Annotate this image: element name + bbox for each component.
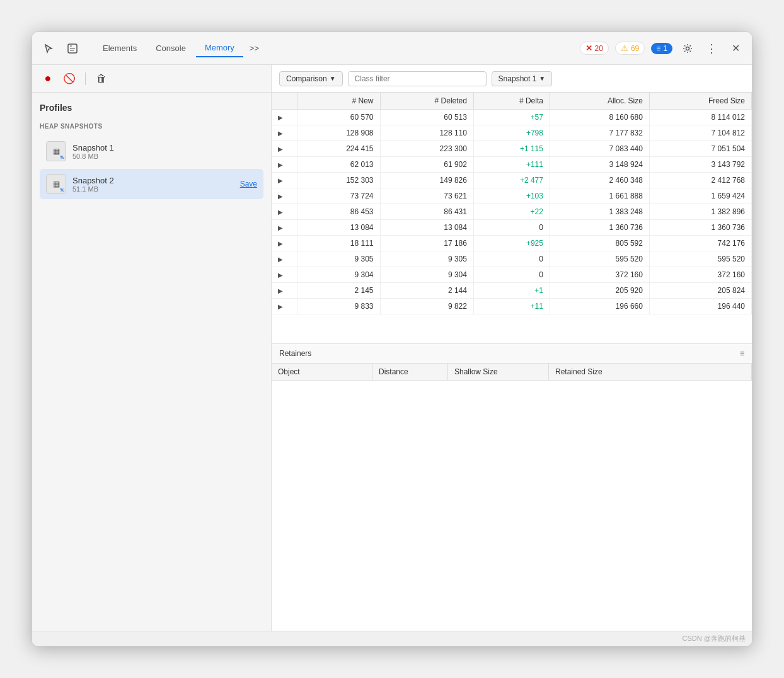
expand-arrow[interactable]: ▶ bbox=[278, 130, 283, 137]
expand-arrow[interactable]: ▶ bbox=[278, 287, 283, 294]
record-button[interactable]: ● bbox=[40, 71, 56, 87]
expand-arrow[interactable]: ▶ bbox=[278, 240, 283, 247]
col-header-deleted[interactable]: # Deleted bbox=[380, 93, 473, 110]
error-badge[interactable]: ✕ 20 bbox=[580, 42, 609, 55]
cell-freed: 3 143 792 bbox=[649, 157, 751, 173]
table-row[interactable]: ▶ 13 084 13 084 0 1 360 736 1 360 736 bbox=[272, 220, 752, 236]
devtools-window: Elements Console Memory >> ✕ 20 ⚠ 69 ≡ 1 bbox=[32, 32, 752, 646]
col-header-delta[interactable]: # Delta bbox=[473, 93, 550, 110]
expand-cell[interactable]: ▶ bbox=[272, 204, 297, 220]
clear-button[interactable]: 🚫 bbox=[61, 71, 78, 87]
expand-arrow[interactable]: ▶ bbox=[278, 177, 283, 184]
snapshot-2-item[interactable]: ▦ % Snapshot 2 51.1 MB Save bbox=[40, 169, 263, 199]
snapshot-2-info: Snapshot 2 51.1 MB bbox=[72, 176, 234, 193]
retainers-header: Retainers ≡ bbox=[272, 343, 752, 364]
cell-new: 73 724 bbox=[297, 188, 380, 204]
snapshot-select[interactable]: Snapshot 1 ▼ bbox=[492, 71, 553, 86]
expand-cell[interactable]: ▶ bbox=[272, 110, 297, 125]
expand-cell[interactable]: ▶ bbox=[272, 188, 297, 204]
cell-delta: 0 bbox=[473, 251, 550, 267]
title-bar: Elements Console Memory >> ✕ 20 ⚠ 69 ≡ 1 bbox=[32, 32, 752, 65]
table-row[interactable]: ▶ 9 304 9 304 0 372 160 372 160 bbox=[272, 267, 752, 283]
cell-delta: +2 477 bbox=[473, 173, 550, 188]
table-row[interactable]: ▶ 152 303 149 826 +2 477 2 460 348 2 412… bbox=[272, 173, 752, 188]
expand-cell[interactable]: ▶ bbox=[272, 173, 297, 188]
expand-cell[interactable]: ▶ bbox=[272, 283, 297, 299]
more-options-icon[interactable]: ⋮ bbox=[703, 40, 720, 57]
cell-delta: +1 bbox=[473, 283, 550, 299]
cell-freed: 196 440 bbox=[649, 299, 751, 314]
view-dropdown[interactable]: Comparison ▼ bbox=[279, 71, 343, 86]
table-row[interactable]: ▶ 9 833 9 822 +11 196 660 196 440 bbox=[272, 299, 752, 314]
table-row[interactable]: ▶ 128 908 128 110 +798 7 177 832 7 104 8… bbox=[272, 125, 752, 141]
table-row[interactable]: ▶ 86 453 86 431 +22 1 383 248 1 382 896 bbox=[272, 204, 752, 220]
col-header-alloc[interactable]: Alloc. Size bbox=[550, 93, 649, 110]
expand-cell[interactable]: ▶ bbox=[272, 125, 297, 141]
delete-button[interactable]: 🗑 bbox=[93, 71, 110, 87]
expand-cell[interactable]: ▶ bbox=[272, 220, 297, 236]
expand-arrow[interactable]: ▶ bbox=[278, 146, 283, 152]
expand-cell[interactable]: ▶ bbox=[272, 251, 297, 267]
settings-icon[interactable] bbox=[679, 40, 696, 57]
expand-cell[interactable]: ▶ bbox=[272, 299, 297, 314]
tab-elements[interactable]: Elements bbox=[94, 40, 146, 57]
cell-alloc: 2 460 348 bbox=[550, 173, 649, 188]
cell-freed: 1 360 736 bbox=[649, 220, 751, 236]
info-badge[interactable]: ≡ 1 bbox=[651, 43, 672, 54]
cell-new: 18 111 bbox=[297, 236, 380, 251]
warn-count: 69 bbox=[631, 44, 639, 53]
cell-deleted: 17 186 bbox=[380, 236, 473, 251]
expand-cell[interactable]: ▶ bbox=[272, 141, 297, 157]
snapshot-1-icon: ▦ % bbox=[46, 141, 66, 161]
inspect-icon[interactable] bbox=[64, 40, 81, 57]
table-row[interactable]: ▶ 9 305 9 305 0 595 520 595 520 bbox=[272, 251, 752, 267]
snapshot-2-save[interactable]: Save bbox=[240, 180, 257, 188]
expand-cell[interactable]: ▶ bbox=[272, 267, 297, 283]
cell-new: 224 415 bbox=[297, 141, 380, 157]
view-label: Comparison bbox=[286, 74, 327, 83]
expand-cell[interactable]: ▶ bbox=[272, 157, 297, 173]
table-row[interactable]: ▶ 62 013 61 902 +111 3 148 924 3 143 792 bbox=[272, 157, 752, 173]
expand-cell[interactable]: ▶ bbox=[272, 236, 297, 251]
expand-arrow[interactable]: ▶ bbox=[278, 193, 283, 200]
cell-alloc: 205 920 bbox=[550, 283, 649, 299]
cell-deleted: 61 902 bbox=[380, 157, 473, 173]
more-tabs-btn[interactable]: >> bbox=[245, 41, 264, 55]
expand-arrow[interactable]: ▶ bbox=[278, 209, 283, 215]
cell-deleted: 149 826 bbox=[380, 173, 473, 188]
cell-delta: +1 115 bbox=[473, 141, 550, 157]
snapshot-1-item[interactable]: ▦ % Snapshot 1 50.8 MB bbox=[40, 136, 263, 166]
expand-arrow[interactable]: ▶ bbox=[278, 256, 283, 263]
watermark: CSDN @奔跑的柯基 bbox=[32, 631, 752, 646]
col-header-new[interactable]: # New bbox=[297, 93, 380, 110]
table-row[interactable]: ▶ 73 724 73 621 +103 1 661 888 1 659 424 bbox=[272, 188, 752, 204]
expand-arrow[interactable]: ▶ bbox=[278, 161, 283, 168]
profiles-title: Profiles bbox=[40, 103, 263, 113]
content-area: ● 🚫 🗑 Profiles HEAP SNAPSHOTS ▦ % Snapsh… bbox=[32, 65, 752, 631]
cell-delta: +11 bbox=[473, 299, 550, 314]
cell-new: 152 303 bbox=[297, 173, 380, 188]
snapshot-1-size: 50.8 MB bbox=[72, 152, 257, 160]
close-icon[interactable]: ✕ bbox=[727, 40, 744, 57]
expand-arrow[interactable]: ▶ bbox=[278, 272, 283, 279]
expand-arrow[interactable]: ▶ bbox=[278, 224, 283, 231]
table-row[interactable]: ▶ 18 111 17 186 +925 805 592 742 176 bbox=[272, 236, 752, 251]
cell-freed: 205 824 bbox=[649, 283, 751, 299]
snapshot-select-arrow: ▼ bbox=[539, 75, 545, 82]
col-header-freed[interactable]: Freed Size bbox=[649, 93, 751, 110]
retainers-menu-icon[interactable]: ≡ bbox=[740, 349, 744, 358]
table-row[interactable]: ▶ 224 415 223 300 +1 115 7 083 440 7 051… bbox=[272, 141, 752, 157]
cell-deleted: 9 304 bbox=[380, 267, 473, 283]
cursor-icon[interactable] bbox=[40, 40, 57, 57]
expand-arrow[interactable]: ▶ bbox=[278, 114, 283, 121]
table-row[interactable]: ▶ 2 145 2 144 +1 205 920 205 824 bbox=[272, 283, 752, 299]
tab-memory[interactable]: Memory bbox=[196, 39, 243, 57]
tab-console[interactable]: Console bbox=[147, 40, 195, 57]
cell-freed: 2 412 768 bbox=[649, 173, 751, 188]
class-filter-input[interactable] bbox=[348, 71, 487, 86]
expand-arrow[interactable]: ▶ bbox=[278, 303, 283, 310]
cell-alloc: 8 160 680 bbox=[550, 110, 649, 125]
warn-badge[interactable]: ⚠ 69 bbox=[615, 42, 645, 55]
cell-deleted: 60 513 bbox=[380, 110, 473, 125]
table-row[interactable]: ▶ 60 570 60 513 +57 8 160 680 8 114 012 bbox=[272, 110, 752, 125]
